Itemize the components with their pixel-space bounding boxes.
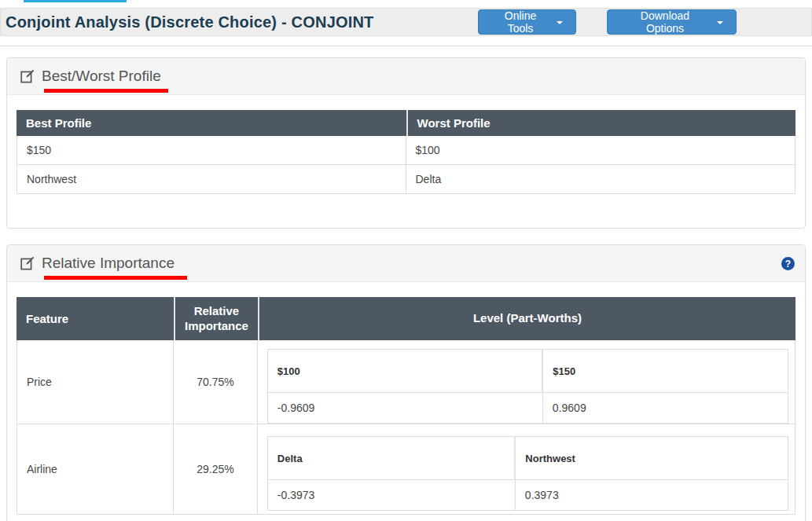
caret-down-icon bbox=[717, 21, 723, 24]
part-worth-value: 0.9609 bbox=[542, 393, 788, 424]
importance-value-cell: 29.25% bbox=[174, 424, 258, 515]
edit-pencil-icon[interactable] bbox=[20, 256, 35, 270]
download-options-button[interactable]: Download Options bbox=[607, 9, 737, 35]
browser-tab-accent bbox=[24, 0, 127, 2]
best-profile-price-cell: $150 bbox=[17, 136, 406, 165]
column-header-level-part-worths: Level (Part-Worths) bbox=[258, 297, 795, 340]
red-underline bbox=[44, 276, 187, 280]
level-header: Delta bbox=[267, 437, 515, 480]
importance-value-cell: 70.75% bbox=[174, 340, 258, 424]
column-header-relative-importance: Relative Importance bbox=[174, 297, 258, 340]
feature-row-airline: Airline 29.25% Delta Northwest bbox=[17, 424, 795, 515]
feature-name-cell: Airline bbox=[17, 424, 174, 515]
horizontal-divider bbox=[0, 46, 812, 46]
best-worst-table: Best Profile Worst Profile $150 $100 Nor… bbox=[17, 110, 795, 194]
online-tools-button[interactable]: Online Tools bbox=[478, 9, 576, 35]
part-worth-value: 0.3973 bbox=[515, 480, 788, 511]
airline-levels-table: Delta Northwest -0.3973 0.3973 bbox=[267, 436, 788, 511]
worst-profile-airline-cell: Delta bbox=[406, 165, 796, 194]
table-row: Northwest Delta bbox=[17, 165, 795, 194]
level-header: $150 bbox=[542, 350, 788, 393]
column-header-best-profile: Best Profile bbox=[17, 110, 406, 136]
relative-importance-panel-heading: Relative Importance ? bbox=[7, 245, 805, 282]
title-bar: Conjoint Analysis (Discrete Choice) - CO… bbox=[0, 8, 812, 36]
online-tools-label: Online Tools bbox=[491, 9, 549, 35]
best-profile-airline-cell: Northwest bbox=[17, 165, 406, 194]
relative-importance-panel: Relative Importance ? Feature Relative I… bbox=[6, 244, 806, 521]
toolbar: Online Tools Download Options bbox=[478, 9, 737, 35]
best-worst-panel-body: Best Profile Worst Profile $150 $100 Nor… bbox=[7, 95, 805, 194]
column-header-feature: Feature bbox=[17, 297, 174, 340]
edit-pencil-icon[interactable] bbox=[20, 69, 35, 83]
part-worth-value: -0.9609 bbox=[267, 393, 542, 424]
red-underline bbox=[44, 89, 168, 93]
caret-down-icon bbox=[557, 21, 563, 24]
price-levels-table: $100 $150 -0.9609 0.9609 bbox=[267, 349, 788, 424]
section-heading: Best/Worst Profile bbox=[42, 68, 161, 85]
best-worst-profile-panel: Best/Worst Profile Best Profile Worst Pr… bbox=[6, 57, 806, 229]
level-header: $100 bbox=[267, 350, 542, 393]
part-worth-value: -0.3973 bbox=[267, 480, 515, 511]
worst-profile-price-cell: $100 bbox=[406, 136, 796, 165]
download-options-label: Download Options bbox=[620, 9, 710, 35]
relative-importance-panel-body: Feature Relative Importance Level (Part-… bbox=[7, 282, 805, 515]
best-worst-panel-heading: Best/Worst Profile bbox=[7, 58, 805, 95]
relative-importance-table: Feature Relative Importance Level (Part-… bbox=[17, 297, 795, 515]
page-title: Conjoint Analysis (Discrete Choice) - CO… bbox=[6, 13, 374, 31]
help-icon[interactable]: ? bbox=[781, 257, 795, 270]
level-header: Northwest bbox=[515, 437, 788, 480]
section-heading: Relative Importance bbox=[42, 255, 175, 272]
feature-row-price: Price 70.75% $100 $150 bbox=[17, 340, 795, 424]
table-row: $150 $100 bbox=[17, 136, 795, 165]
level-part-worths-cell: $100 $150 -0.9609 0.9609 bbox=[258, 340, 795, 424]
feature-name-cell: Price bbox=[17, 340, 174, 424]
level-part-worths-cell: Delta Northwest -0.3973 0.3973 bbox=[258, 424, 795, 515]
column-header-worst-profile: Worst Profile bbox=[406, 110, 796, 136]
